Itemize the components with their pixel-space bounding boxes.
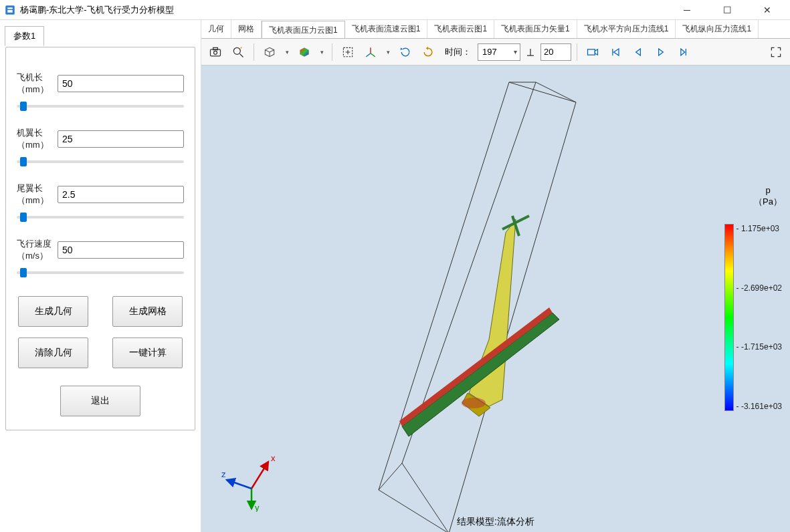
svg-line-19 bbox=[227, 480, 252, 489]
tail-length-input[interactable] bbox=[58, 186, 184, 203]
svg-marker-9 bbox=[402, 313, 559, 436]
tab-horizontal-streamline[interactable]: 飞机水平方向压力流线1 bbox=[577, 20, 676, 38]
app-icon bbox=[4, 4, 16, 16]
parameter-tab[interactable]: 参数1 bbox=[5, 26, 44, 46]
generate-geometry-button[interactable]: 生成几何 bbox=[18, 296, 88, 327]
play-icon[interactable] bbox=[651, 42, 671, 62]
viewport-3d[interactable]: x y z 结果模型:流体分析 p （Pa） 1.175e+03 -2.699e… bbox=[201, 65, 790, 532]
svg-rect-7 bbox=[588, 49, 595, 54]
svg-point-14 bbox=[462, 398, 486, 408]
window-titlebar: 杨霭鹏-东北大学-飞机飞行受力分析模型 ─ ☐ ✕ bbox=[0, 0, 790, 20]
result-model-label: 结果模型:流体分析 bbox=[457, 516, 534, 528]
tab-vertical-streamline[interactable]: 飞机纵向压力流线1 bbox=[676, 20, 759, 38]
colorbar-tick: 1.175e+03 bbox=[736, 224, 782, 233]
axes-orientation-icon[interactable] bbox=[361, 42, 381, 62]
svg-point-2 bbox=[214, 51, 217, 54]
step-forward-icon[interactable] bbox=[674, 42, 694, 62]
colormap-icon[interactable] bbox=[294, 42, 314, 62]
svg-rect-3 bbox=[213, 47, 218, 49]
colorbar-title: p （Pa） bbox=[754, 185, 782, 208]
tab-pressure-vector[interactable]: 飞机表面压力矢量1 bbox=[494, 20, 577, 38]
rotate-view-icon[interactable] bbox=[395, 42, 415, 62]
tab-geometry[interactable]: 几何 bbox=[201, 20, 231, 38]
tail-length-slider[interactable] bbox=[17, 216, 184, 219]
fullscreen-icon[interactable] bbox=[766, 42, 786, 62]
window-minimize-button[interactable]: ─ bbox=[674, 1, 700, 19]
parameter-panel: 参数1 飞机长（mm） 机翼长（mm） bbox=[0, 20, 201, 532]
fit-view-icon[interactable] bbox=[338, 42, 358, 62]
colorbar-tick: -1.715e+03 bbox=[736, 342, 782, 352]
axes-dropdown[interactable]: ▾ bbox=[383, 49, 393, 55]
colorbar-tick: -2.699e+02 bbox=[736, 283, 782, 293]
record-icon[interactable] bbox=[583, 42, 603, 62]
svg-text:x: x bbox=[271, 453, 276, 463]
time-select[interactable]: 197 bbox=[478, 43, 520, 61]
svg-line-5 bbox=[240, 53, 243, 57]
svg-point-4 bbox=[233, 47, 240, 54]
window-close-button[interactable]: ✕ bbox=[754, 1, 781, 19]
tab-mesh[interactable]: 网格 bbox=[231, 20, 262, 38]
wing-length-slider[interactable] bbox=[17, 160, 184, 163]
plane-length-input[interactable] bbox=[58, 75, 184, 92]
window-title: 杨霭鹏-东北大学-飞机飞行受力分析模型 bbox=[20, 4, 674, 16]
reset-view-icon[interactable] bbox=[418, 42, 438, 62]
colorbar-gradient bbox=[724, 224, 734, 411]
tail-length-label: 尾翼长（mm） bbox=[17, 182, 52, 207]
zoom-icon[interactable] bbox=[228, 42, 248, 62]
transparency-dropdown[interactable]: ▾ bbox=[282, 49, 292, 55]
plane-length-label: 飞机长（mm） bbox=[17, 72, 52, 96]
wing-length-label: 机翼长（mm） bbox=[17, 127, 52, 151]
flight-speed-input[interactable] bbox=[58, 241, 184, 259]
colorbar-tick: -3.161e+03 bbox=[736, 402, 782, 411]
svg-text:z: z bbox=[221, 469, 226, 479]
svg-rect-1 bbox=[211, 49, 221, 55]
clear-geometry-button[interactable]: 清除几何 bbox=[18, 338, 88, 368]
frame-input[interactable] bbox=[540, 43, 571, 61]
step-back-icon[interactable] bbox=[628, 42, 648, 62]
flight-speed-label: 飞行速度（m/s） bbox=[17, 238, 52, 262]
tab-velocity-contour[interactable]: 飞机表面流速云图1 bbox=[345, 20, 428, 38]
tab-pressure-contour[interactable]: 飞机表面压力云图1 bbox=[262, 21, 345, 39]
viewer-toolbar: ▾ ▾ ▾ 时间： 197 bbox=[201, 39, 790, 65]
transparency-icon[interactable] bbox=[260, 42, 280, 62]
generate-mesh-button[interactable]: 生成网格 bbox=[112, 296, 183, 327]
orientation-triad: x y z bbox=[221, 452, 282, 512]
window-maximize-button[interactable]: ☐ bbox=[714, 1, 740, 19]
screenshot-icon[interactable] bbox=[205, 42, 225, 62]
exit-button[interactable]: 退出 bbox=[60, 386, 140, 416]
compute-button[interactable]: 一键计算 bbox=[112, 338, 183, 368]
scene-svg bbox=[201, 65, 790, 532]
flight-speed-slider[interactable] bbox=[17, 271, 184, 274]
colorbar: 1.175e+03 -2.699e+02 -1.715e+03 -3.161e+… bbox=[724, 224, 782, 411]
tab-surface-contour[interactable]: 飞机表面云图1 bbox=[427, 20, 494, 38]
result-tabs: 几何 网格 飞机表面压力云图1 飞机表面流速云图1 飞机表面云图1 飞机表面压力… bbox=[201, 20, 790, 39]
wing-length-input[interactable] bbox=[58, 130, 184, 148]
perpendicular-icon[interactable] bbox=[523, 42, 538, 62]
colormap-dropdown[interactable]: ▾ bbox=[317, 49, 326, 55]
svg-text:y: y bbox=[255, 503, 260, 512]
skip-first-icon[interactable] bbox=[605, 42, 625, 62]
svg-line-15 bbox=[252, 462, 268, 489]
plane-length-slider[interactable] bbox=[17, 105, 184, 108]
time-label: 时间： bbox=[445, 46, 471, 58]
